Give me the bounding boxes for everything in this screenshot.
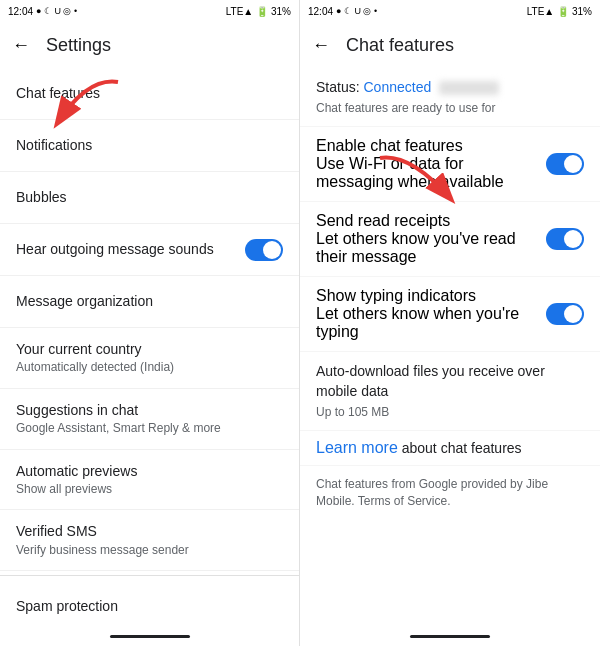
message-sounds-toggle[interactable] <box>245 239 283 261</box>
auto-previews-label: Automatic previews <box>16 462 283 480</box>
signal-right: LTE▲ <box>527 6 555 17</box>
chat-features-label: Chat features <box>16 84 283 102</box>
auto-download-sub: Up to 105 MB <box>316 404 584 421</box>
left-page-title: Settings <box>46 35 111 56</box>
status-desc: Chat features are ready to use for <box>316 100 584 117</box>
auto-download-label: Auto-download files you receive over mob… <box>316 362 584 401</box>
settings-item-bubbles[interactable]: Bubbles <box>0 172 299 224</box>
status-row: Status: Connected Chat features are read… <box>300 68 600 127</box>
auto-previews-sub: Show all previews <box>16 482 283 498</box>
chat-footer: Chat features from Google provided by Ji… <box>300 466 600 520</box>
home-bar-right <box>410 635 490 638</box>
enable-chat-toggle[interactable] <box>546 153 584 175</box>
status-bar-left: 12:04 ● ☾ U ◎ • LTE▲ 🔋 31% <box>0 0 299 22</box>
battery-right: 🔋 31% <box>557 6 592 17</box>
notifications-label: Notifications <box>16 136 283 154</box>
status-blur <box>439 81 499 95</box>
auto-download-row: Auto-download files you receive over mob… <box>300 352 600 431</box>
send-read-receipts-row[interactable]: Send read receipts Let others know you'v… <box>300 202 600 277</box>
spam-protection-label: Spam protection <box>16 597 283 615</box>
icons-right: ● ☾ U ◎ • <box>336 6 377 16</box>
settings-item-spam-protection[interactable]: Spam protection <box>0 580 299 626</box>
settings-item-message-sounds[interactable]: Hear outgoing message sounds <box>0 224 299 276</box>
back-icon-left[interactable]: ← <box>12 35 30 56</box>
show-typing-toggle[interactable] <box>546 303 584 325</box>
battery-left: 🔋 31% <box>256 6 291 17</box>
learn-more-suffix: about chat features <box>398 440 522 456</box>
right-toolbar: ← Chat features <box>300 22 600 68</box>
show-typing-row[interactable]: Show typing indicators Let others know w… <box>300 277 600 352</box>
country-sub: Automatically detected (India) <box>16 360 283 376</box>
send-read-receipts-sub: Let others know you've read their messag… <box>316 230 538 266</box>
right-page-title: Chat features <box>346 35 454 56</box>
country-label: Your current country <box>16 340 283 358</box>
suggestions-label: Suggestions in chat <box>16 401 283 419</box>
verified-sms-label: Verified SMS <box>16 522 283 540</box>
message-sounds-label: Hear outgoing message sounds <box>16 240 245 258</box>
home-indicator-left <box>0 626 299 646</box>
enable-chat-features-row[interactable]: Enable chat features Use Wi-Fi or data f… <box>300 127 600 202</box>
learn-more-row[interactable]: Learn more about chat features <box>300 431 600 466</box>
left-toolbar: ← Settings <box>0 22 299 68</box>
message-org-label: Message organization <box>16 292 283 310</box>
status-text: Status: Connected <box>316 78 584 98</box>
send-read-receipts-toggle[interactable] <box>546 228 584 250</box>
show-typing-sub: Let others know when you're typing <box>316 305 538 341</box>
time-left: 12:04 <box>8 6 33 17</box>
back-icon-right[interactable]: ← <box>312 35 330 56</box>
time-right: 12:04 <box>308 6 333 17</box>
divider-1 <box>0 575 299 576</box>
learn-more-link[interactable]: Learn more <box>316 439 398 456</box>
suggestions-sub: Google Assistant, Smart Reply & more <box>16 421 283 437</box>
settings-item-message-org[interactable]: Message organization <box>0 276 299 328</box>
bubbles-label: Bubbles <box>16 188 283 206</box>
settings-item-verified-sms[interactable]: Verified SMS Verify business message sen… <box>0 510 299 571</box>
home-indicator-right <box>300 626 600 646</box>
settings-list: Chat features Notifications Bubbles Hear… <box>0 68 299 626</box>
settings-item-auto-previews[interactable]: Automatic previews Show all previews <box>0 450 299 511</box>
signal-left: LTE▲ <box>226 6 254 17</box>
show-typing-label: Show typing indicators <box>316 287 538 305</box>
icons-left: ● ☾ U ◎ • <box>36 6 77 16</box>
verified-sms-sub: Verify business message sender <box>16 543 283 559</box>
send-read-receipts-label: Send read receipts <box>316 212 538 230</box>
enable-chat-label: Enable chat features <box>316 137 538 155</box>
settings-item-suggestions[interactable]: Suggestions in chat Google Assistant, Sm… <box>0 389 299 450</box>
status-connected: Connected <box>363 79 431 95</box>
home-bar-left <box>110 635 190 638</box>
enable-chat-sub: Use Wi-Fi or data for messaging when ava… <box>316 155 538 191</box>
settings-item-country[interactable]: Your current country Automatically detec… <box>0 328 299 389</box>
status-bar-right: 12:04 ● ☾ U ◎ • LTE▲ 🔋 31% <box>300 0 600 22</box>
settings-item-chat-features[interactable]: Chat features <box>0 68 299 120</box>
settings-item-notifications[interactable]: Notifications <box>0 120 299 172</box>
